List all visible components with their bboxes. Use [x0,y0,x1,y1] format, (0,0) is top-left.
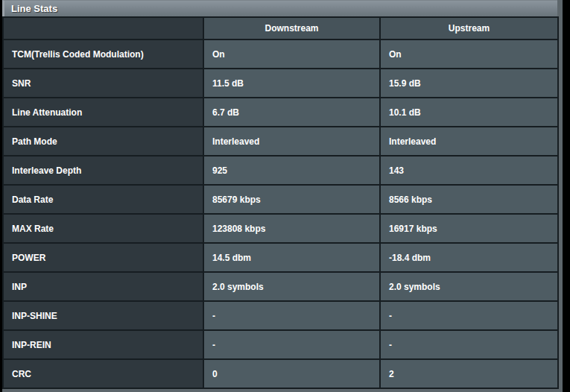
row-label: Path Mode [3,127,203,156]
table-row: CRC 0 2 [3,359,558,388]
table-row: Path Mode Interleaved Interleaved [3,127,558,156]
header-cell-upstream: Upstream [380,17,558,39]
row-label: Interleave Depth [3,156,203,185]
upstream-value: 2 [380,359,558,388]
content-area: Line Stats Downstream Upstream TCM(Trell… [2,0,563,392]
table-row: INP-REIN - - [3,330,558,359]
row-label: MAX Rate [3,214,203,243]
table-row: TCM(Trellis Coded Modulation) On On [3,39,558,69]
line-stats-table: Downstream Upstream TCM(Trellis Coded Mo… [2,16,559,389]
upstream-value: - [380,301,558,330]
downstream-value: - [203,301,380,330]
row-label: SNR [3,69,203,98]
downstream-value: 0 [203,359,380,388]
upstream-value: 143 [380,156,558,185]
table-row: POWER 14.5 dbm -18.4 dbm [3,243,558,272]
downstream-value: 925 [203,156,380,185]
table-row: MAX Rate 123808 kbps 16917 kbps [3,214,558,243]
line-stats-rows: TCM(Trellis Coded Modulation) On On SNR … [3,39,558,388]
row-label: INP-SHINE [3,301,203,330]
header-cell-empty [3,17,203,39]
upstream-value: -18.4 dbm [380,243,558,272]
upstream-value: - [380,330,558,359]
downstream-value: 11.5 dB [203,69,380,98]
downstream-value: 2.0 symbols [203,272,380,301]
row-label: TCM(Trellis Coded Modulation) [3,39,203,69]
table-row: SNR 11.5 dB 15.9 dB [3,69,558,98]
row-label: Data Rate [3,185,203,214]
line-stats-panel: Line Stats Downstream Upstream TCM(Trell… [2,0,557,389]
upstream-value: 16917 kbps [380,214,558,243]
upstream-value: Interleaved [380,127,558,156]
row-label: INP-REIN [3,330,203,359]
upstream-value: 2.0 symbols [380,272,558,301]
downstream-value: 123808 kbps [203,214,380,243]
table-row: INP 2.0 symbols 2.0 symbols [3,272,558,301]
table-row: Interleave Depth 925 143 [3,156,558,185]
downstream-value: 85679 kbps [203,185,380,214]
downstream-value: Interleaved [203,127,380,156]
table-header-row: Downstream Upstream [3,17,558,39]
downstream-value: On [203,39,380,69]
downstream-value: - [203,330,380,359]
table-row: INP-SHINE - - [3,301,558,330]
panel-title: Line Stats [2,0,557,16]
header-cell-downstream: Downstream [203,17,380,39]
downstream-value: 6.7 dB [203,98,380,127]
upstream-value: On [380,39,558,69]
table-row: Data Rate 85679 kbps 8566 kbps [3,185,558,214]
row-label: POWER [3,243,203,272]
downstream-value: 14.5 dbm [203,243,380,272]
upstream-value: 10.1 dB [380,98,558,127]
table-row: Line Attenuation 6.7 dB 10.1 dB [3,98,558,127]
upstream-value: 8566 kbps [380,185,558,214]
row-label: INP [3,272,203,301]
upstream-value: 15.9 dB [380,69,558,98]
row-label: Line Attenuation [3,98,203,127]
row-label: CRC [3,359,203,388]
